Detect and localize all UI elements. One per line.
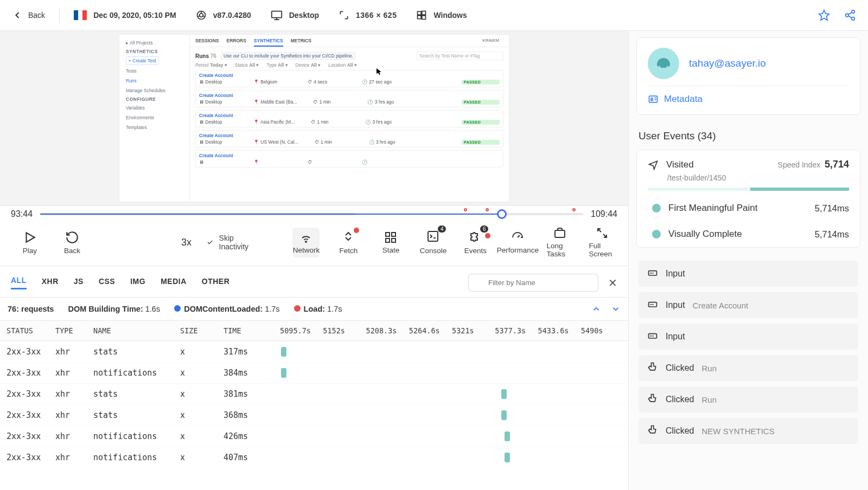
- rewind-icon: [65, 230, 79, 244]
- stat-requests: 76: requests: [8, 305, 54, 313]
- dimensions-value: 1366 × 625: [356, 11, 397, 20]
- preview-nav-environments: Environments: [126, 114, 183, 121]
- skip-inactivity-toggle[interactable]: Skip Inactivity: [207, 234, 251, 251]
- pointer-icon: [647, 362, 658, 375]
- svg-marker-18: [376, 68, 381, 75]
- tab-css[interactable]: CSS: [99, 277, 115, 289]
- prev-request-button[interactable]: [591, 304, 601, 314]
- fullscreen-button[interactable]: Full Screen: [589, 227, 616, 258]
- chevron-down-icon: [611, 304, 621, 314]
- svg-rect-23: [386, 238, 390, 242]
- back-label: Back: [28, 11, 45, 20]
- user-event-item[interactable]: Input: [639, 261, 858, 287]
- pointer-icon: [647, 393, 658, 406]
- network-row[interactable]: 2xx-3xxxhrnotificationsx384ms: [0, 362, 628, 383]
- metadata-button[interactable]: Metadata: [648, 86, 849, 105]
- fetch-panel-button[interactable]: Fetch: [335, 230, 362, 255]
- svg-point-20: [305, 241, 307, 242]
- tab-media[interactable]: MEDIA: [161, 277, 187, 289]
- network-row[interactable]: 2xx-3xxxhrstatsx317ms: [0, 341, 628, 362]
- visited-path: /test-builder/1450: [648, 170, 849, 182]
- network-table-header: STATUS TYPE NAME SIZE TIME 5095.7s5152s5…: [0, 321, 628, 341]
- back-button[interactable]: Back: [12, 10, 45, 21]
- tab-xhr[interactable]: XHR: [42, 277, 59, 289]
- speed-index-bar: [648, 188, 849, 191]
- user-event-item[interactable]: ClickedRun: [639, 386, 858, 412]
- svg-rect-5: [272, 11, 282, 18]
- replayed-page: ▸ All Projects SYNTHETICS + Create Test …: [119, 34, 509, 202]
- preview-search: Search by Test Name or #Tag: [417, 51, 503, 60]
- svg-point-13: [852, 10, 855, 14]
- chevron-up-icon: [591, 304, 601, 314]
- network-panel-button[interactable]: Network: [292, 228, 320, 257]
- metric-vc[interactable]: Visually Complete 5,714ms: [637, 221, 860, 247]
- keyboard-icon: [647, 299, 658, 312]
- right-sidebar: tahay@asayer.io Metadata User Events (34…: [628, 31, 868, 490]
- longtasks-panel-button[interactable]: Long Tasks: [546, 227, 573, 258]
- preview-run-rows: Create Account🖥 Desktop📍 Belgium⏱ 4 secs…: [190, 70, 509, 170]
- star-button[interactable]: [818, 9, 830, 21]
- user-event-item[interactable]: ClickedRun: [639, 355, 858, 381]
- network-row[interactable]: 2xx-3xxxhrnotificationsx426ms: [0, 425, 628, 447]
- topbar: Back Dec 09, 2020, 05:10 PM v87.0.4280 D…: [0, 0, 868, 31]
- tab-img[interactable]: IMG: [130, 277, 145, 289]
- rewind-button[interactable]: Back: [59, 230, 86, 255]
- check-icon: [207, 237, 214, 247]
- user-event-item[interactable]: InputCreate Account: [639, 292, 858, 318]
- session-browser: v87.0.4280: [196, 10, 251, 21]
- play-icon: [23, 230, 37, 244]
- tab-all[interactable]: ALL: [11, 276, 27, 289]
- gauge-icon: [511, 231, 524, 244]
- tab-js[interactable]: JS: [74, 277, 84, 289]
- user-email[interactable]: tahay@asayer.io: [689, 57, 766, 69]
- puzzle-icon: [469, 230, 482, 243]
- session-datetime: Dec 09, 2020, 05:10 PM: [93, 11, 176, 20]
- performance-panel-button[interactable]: Performance: [504, 231, 531, 254]
- network-tabs: ALL XHR JS CSS IMG MEDIA OTHER ✕: [0, 266, 628, 298]
- timeline-current: 93:44: [11, 209, 33, 219]
- close-panel-button[interactable]: ✕: [608, 276, 617, 289]
- metric-fmp[interactable]: First Meaningful Paint 5,714ms: [637, 195, 860, 221]
- timeline-node-icon: [652, 204, 661, 212]
- timeline-knob[interactable]: [497, 209, 507, 219]
- state-panel-button[interactable]: State: [377, 231, 404, 254]
- network-row[interactable]: 2xx-3xxxhrstatsx381ms: [0, 383, 628, 404]
- session-device: Desktop: [271, 9, 319, 21]
- timeline-total: 109:44: [591, 209, 617, 219]
- cursor-icon: [376, 68, 382, 75]
- svg-rect-27: [555, 230, 565, 237]
- player-controls: Play Back 3x Skip Inactivity Network: [0, 221, 628, 266]
- svg-rect-9: [422, 11, 426, 15]
- preview-config-header: CONFIGURE: [126, 96, 183, 102]
- bulldog-icon: [653, 53, 674, 74]
- events-alert-dot: [485, 233, 490, 238]
- user-event-item[interactable]: ClickedNEW SYNTHETICS: [639, 418, 858, 444]
- visited-event[interactable]: Visited Speed Index 5,714 /test-builder/…: [637, 150, 860, 195]
- svg-rect-22: [392, 233, 395, 236]
- svg-line-3: [197, 16, 200, 17]
- user-card: tahay@asayer.io Metadata: [636, 37, 860, 115]
- playback-speed[interactable]: 3x: [181, 237, 192, 248]
- events-panel-button[interactable]: 6 Events: [462, 230, 489, 255]
- network-row[interactable]: 2xx-3xxxhrstatsx368ms: [0, 404, 628, 425]
- preview-tab-errors: ERRORS: [226, 38, 246, 47]
- console-panel-button[interactable]: 4 Console: [419, 230, 446, 255]
- briefcase-icon: [553, 227, 566, 240]
- waterfall-ticks: 5095.7s5152s5208.3s5264.6s5321s5377.3s54…: [278, 326, 622, 335]
- play-button[interactable]: Play: [16, 230, 43, 255]
- tab-other[interactable]: OTHER: [202, 277, 230, 289]
- timeline-track[interactable]: [40, 210, 583, 218]
- next-request-button[interactable]: [611, 304, 621, 314]
- share-icon: [844, 9, 856, 21]
- preview-nav-templates: Templates: [126, 124, 183, 131]
- preview-run-row: Create Account🖥 Desktop📍 Asia Pacific (M…: [195, 110, 503, 127]
- svg-rect-24: [392, 238, 395, 242]
- timeline-node-icon: [652, 230, 661, 238]
- filter-by-name-input[interactable]: [468, 274, 598, 292]
- user-event-item[interactable]: Input: [639, 324, 858, 350]
- session-replay-viewport: ▸ All Projects SYNTHETICS + Create Test …: [0, 31, 628, 206]
- fetch-alert-dot: [354, 228, 359, 233]
- network-row[interactable]: 2xx-3xxxhrnotificationsx407ms: [0, 447, 628, 468]
- share-button[interactable]: [844, 9, 856, 21]
- svg-rect-25: [428, 231, 438, 241]
